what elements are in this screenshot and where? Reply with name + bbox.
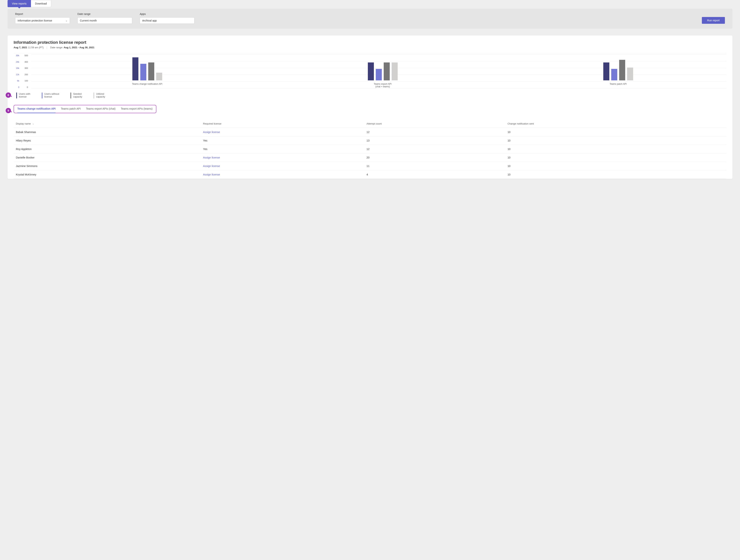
- chart-plot: Teams change notification APITeams expor…: [31, 54, 726, 88]
- y-tick: 0: [22, 86, 28, 88]
- cell-display-name: Danielle Booker: [14, 153, 201, 162]
- col-required-license[interactable]: Required license: [201, 120, 364, 128]
- api-subtab[interactable]: Teams change notification API: [17, 107, 56, 111]
- legend-swatch: [93, 93, 94, 99]
- filter-date-label: Date range: [77, 12, 132, 15]
- callout-8: 8: [6, 93, 11, 98]
- chart-legend: 8 Users withlicenseUsers withoutlicenseS…: [14, 93, 726, 103]
- legend-item: Users withlicense: [16, 93, 30, 99]
- y-tick: 200: [22, 74, 28, 76]
- api-subtabs: Teams change notification APITeams patch…: [14, 105, 156, 113]
- cell-required-license: Assign license: [201, 171, 364, 179]
- assign-license-link[interactable]: Assign license: [203, 131, 220, 134]
- table-row[interactable]: Jazmine SimmonsAssign license1110: [14, 162, 726, 171]
- table-row[interactable]: Danielle BookerAssign license2010: [14, 153, 726, 162]
- cell-attempt-count: 11: [364, 162, 505, 171]
- bar-group: [368, 46, 398, 80]
- cell-notification-sent: 10: [505, 128, 726, 136]
- cell-required-license: Yes: [201, 145, 364, 153]
- cell-notification-sent: 10: [505, 162, 726, 171]
- cell-attempt-count: 4: [364, 171, 505, 179]
- col-attempt-count[interactable]: Attempt count: [364, 120, 505, 128]
- legend-swatch: [42, 93, 42, 99]
- bar: [611, 69, 617, 80]
- cell-notification-sent: 10: [505, 171, 726, 179]
- cluster-label: Teams patch API: [610, 83, 627, 88]
- cell-display-name: Roy Appleton: [14, 145, 201, 153]
- chart-cluster: Teams change notification API: [39, 46, 256, 88]
- cell-required-license: Assign license: [201, 128, 364, 136]
- cell-required-license: Assign license: [201, 162, 364, 171]
- date-dropdown-value: Current month: [80, 19, 97, 22]
- filter-report-label: Report: [15, 12, 70, 15]
- col-display-name[interactable]: Display name ↓: [14, 120, 201, 128]
- legend-item: Seededcapacity: [71, 93, 82, 99]
- y-tick: 12k: [14, 74, 19, 76]
- cell-display-name: Krystal McKinney: [14, 171, 201, 179]
- bar: [392, 63, 398, 80]
- legend-swatch: [71, 93, 71, 99]
- results-table: Display name ↓ Required license Attempt …: [14, 120, 726, 179]
- cell-notification-sent: 10: [505, 153, 726, 162]
- y-tick: 30k: [14, 54, 19, 57]
- date-dropdown[interactable]: Current month: [77, 17, 132, 24]
- cell-notification-sent: 10: [505, 145, 726, 153]
- chart-cluster: Teams export API (chat + teams): [274, 46, 491, 88]
- apps-dropdown-value: Archival app: [142, 19, 157, 22]
- top-tabs: View reports Download: [8, 0, 732, 7]
- filter-bar: Report Information protection license ⌄ …: [8, 9, 732, 29]
- cell-attempt-count: 13: [364, 136, 505, 145]
- tab-download[interactable]: Download: [31, 0, 51, 7]
- sort-down-icon: ↓: [32, 122, 33, 125]
- tab-view-reports[interactable]: View reports: [8, 0, 31, 7]
- cell-display-name: Hilary Reyes: [14, 136, 201, 145]
- bar-group: [132, 46, 162, 80]
- run-report-button[interactable]: Run report: [702, 17, 725, 24]
- col-change-notification-sent[interactable]: Change notification sent: [505, 120, 726, 128]
- api-subtab[interactable]: Teams export APIs (chat): [86, 107, 115, 111]
- filter-apps: Apps Archival app: [140, 12, 194, 24]
- cell-required-license: Assign license: [201, 153, 364, 162]
- y-axis-secondary: 5004003002001000: [22, 54, 28, 88]
- y-tick: 18k: [14, 67, 19, 69]
- api-subtab[interactable]: Teams patch API: [61, 107, 81, 111]
- y-tick: 24k: [14, 61, 19, 63]
- bar: [603, 63, 609, 80]
- report-title: Information protection license report: [14, 40, 726, 45]
- api-subtab[interactable]: Teams export APIs (teams): [121, 107, 153, 111]
- chart-cluster: Teams patch API: [510, 46, 726, 88]
- table-row[interactable]: Roy AppletonYes1210: [14, 145, 726, 153]
- legend-item: Users withoutlicense: [42, 93, 59, 99]
- assign-license-link[interactable]: Assign license: [203, 164, 220, 167]
- chart: 30k24k18k12k6k0 5004003002001000 Teams c…: [14, 53, 726, 88]
- api-subtabs-wrap: 9 Teams change notification APITeams pat…: [14, 105, 726, 114]
- bar-group: [603, 46, 633, 80]
- y-tick: 6k: [14, 80, 19, 82]
- cell-display-name: Babak Shammas: [14, 128, 201, 136]
- table-row[interactable]: Krystal McKinneyAssign license410: [14, 171, 726, 179]
- bar: [627, 68, 633, 80]
- bar: [132, 58, 138, 80]
- y-tick: 0: [14, 86, 19, 88]
- report-dropdown[interactable]: Information protection license ⌄: [15, 17, 70, 24]
- apps-dropdown[interactable]: Archival app: [140, 17, 194, 24]
- cell-display-name: Jazmine Simmons: [14, 162, 201, 171]
- report-card: Information protection license report Au…: [8, 35, 732, 179]
- bar: [376, 69, 382, 80]
- bar: [148, 63, 154, 80]
- table-row[interactable]: Hilary ReyesYes1310: [14, 136, 726, 145]
- assign-license-link[interactable]: Assign license: [203, 156, 220, 159]
- cell-required-license: Yes: [201, 136, 364, 145]
- y-tick: 300: [22, 67, 28, 69]
- legend-label: Utilizedcapacity: [96, 93, 105, 98]
- assign-license-link[interactable]: Assign license: [203, 173, 220, 176]
- cluster-label: Teams change notification API: [132, 83, 162, 88]
- y-axis-primary: 30k24k18k12k6k0: [14, 54, 19, 88]
- callout-9: 9: [6, 108, 11, 113]
- bar: [140, 64, 146, 80]
- table-row[interactable]: Babak ShammasAssign license1210: [14, 128, 726, 136]
- cell-notification-sent: 10: [505, 136, 726, 145]
- legend-label: Users withoutlicense: [44, 93, 59, 98]
- bar: [368, 63, 374, 80]
- cell-attempt-count: 12: [364, 128, 505, 136]
